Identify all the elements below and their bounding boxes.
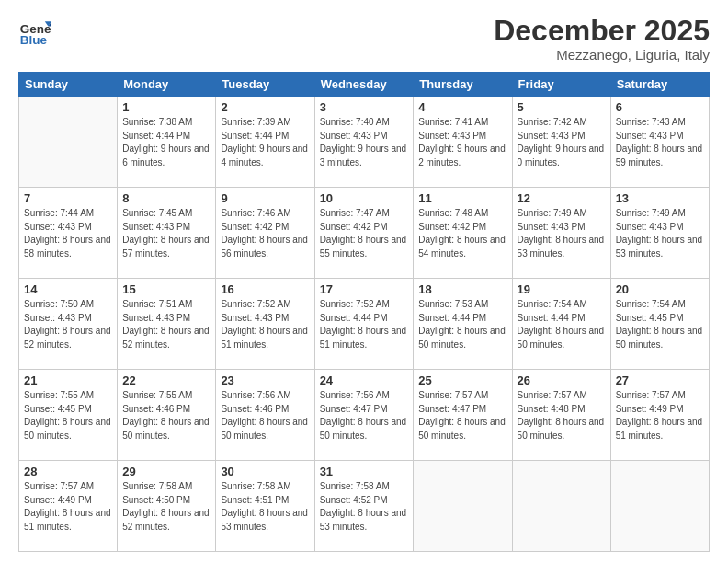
sunrise-text: Sunrise: 7:56 AM [221,389,309,403]
calendar-cell-0-0 [19,97,118,188]
calendar-cell-4-1: 29Sunrise: 7:58 AMSunset: 4:50 PMDayligh… [118,461,216,552]
sunset-text: Sunset: 4:42 PM [221,221,309,235]
daylight-text: Daylight: 9 hours and 0 minutes. [518,143,606,169]
sunrise-text: Sunrise: 7:42 AM [518,116,606,130]
title-block: December 2025 Mezzanego, Liguria, Italy [494,15,710,63]
sunrise-text: Sunrise: 7:50 AM [24,298,112,312]
daylight-text: Daylight: 8 hours and 59 minutes. [616,143,704,169]
calendar-week-1: 7Sunrise: 7:44 AMSunset: 4:43 PMDaylight… [19,188,710,279]
header-row: Sunday Monday Tuesday Wednesday Thursday… [19,73,710,97]
day-info: Sunrise: 7:49 AMSunset: 4:43 PMDaylight:… [616,207,704,260]
day-info: Sunrise: 7:57 AMSunset: 4:49 PMDaylight:… [24,480,112,534]
day-number: 12 [518,191,606,205]
calendar-cell-0-2: 2Sunrise: 7:39 AMSunset: 4:44 PMDaylight… [216,97,314,188]
daylight-text: Daylight: 8 hours and 53 minutes. [320,507,409,534]
day-info: Sunrise: 7:49 AMSunset: 4:43 PMDaylight:… [518,207,606,260]
day-info: Sunrise: 7:55 AMSunset: 4:45 PMDaylight:… [24,389,112,442]
sunset-text: Sunset: 4:43 PM [221,312,309,326]
logo: General Blue [18,15,55,48]
calendar-week-0: 1Sunrise: 7:38 AMSunset: 4:44 PMDaylight… [19,97,710,188]
col-thursday: Thursday [414,73,512,97]
day-number: 9 [221,191,309,205]
sunset-text: Sunset: 4:43 PM [518,130,606,144]
sunrise-text: Sunrise: 7:53 AM [418,298,506,312]
calendar-cell-1-5: 12Sunrise: 7:49 AMSunset: 4:43 PMDayligh… [512,188,610,279]
sunset-text: Sunset: 4:44 PM [320,312,409,326]
day-number: 26 [518,373,606,387]
sunset-text: Sunset: 4:45 PM [616,312,704,326]
calendar-cell-4-6 [610,461,709,552]
daylight-text: Daylight: 8 hours and 53 minutes. [616,234,704,260]
sunrise-text: Sunrise: 7:51 AM [122,298,210,312]
day-info: Sunrise: 7:42 AMSunset: 4:43 PMDaylight:… [518,116,606,169]
daylight-text: Daylight: 8 hours and 52 minutes. [122,507,210,534]
day-number: 17 [320,282,409,296]
logo-icon: General Blue [18,15,51,48]
sunrise-text: Sunrise: 7:49 AM [616,207,704,221]
day-info: Sunrise: 7:57 AMSunset: 4:47 PMDaylight:… [418,389,506,442]
daylight-text: Daylight: 8 hours and 55 minutes. [320,234,409,260]
calendar-cell-4-2: 30Sunrise: 7:58 AMSunset: 4:51 PMDayligh… [216,461,314,552]
sunset-text: Sunset: 4:44 PM [418,312,506,326]
calendar-cell-1-6: 13Sunrise: 7:49 AMSunset: 4:43 PMDayligh… [610,188,709,279]
day-info: Sunrise: 7:47 AMSunset: 4:42 PMDaylight:… [320,207,409,260]
day-info: Sunrise: 7:44 AMSunset: 4:43 PMDaylight:… [24,207,112,260]
calendar-cell-3-4: 25Sunrise: 7:57 AMSunset: 4:47 PMDayligh… [414,370,512,461]
day-info: Sunrise: 7:52 AMSunset: 4:44 PMDaylight:… [320,298,409,351]
day-number: 2 [221,100,309,114]
day-info: Sunrise: 7:46 AMSunset: 4:42 PMDaylight:… [221,207,309,260]
daylight-text: Daylight: 8 hours and 57 minutes. [122,234,210,260]
sunset-text: Sunset: 4:43 PM [616,130,704,144]
sunset-text: Sunset: 4:42 PM [418,221,506,235]
daylight-text: Daylight: 8 hours and 53 minutes. [518,234,606,260]
day-info: Sunrise: 7:56 AMSunset: 4:46 PMDaylight:… [221,389,309,442]
day-number: 29 [122,465,210,478]
day-number: 11 [418,191,506,205]
sunset-text: Sunset: 4:48 PM [518,403,606,417]
calendar-cell-1-3: 10Sunrise: 7:47 AMSunset: 4:42 PMDayligh… [314,188,414,279]
sunrise-text: Sunrise: 7:55 AM [122,389,210,403]
sunrise-text: Sunrise: 7:46 AM [221,207,309,221]
daylight-text: Daylight: 8 hours and 50 minutes. [616,325,704,351]
sunrise-text: Sunrise: 7:40 AM [320,116,409,130]
day-info: Sunrise: 7:41 AMSunset: 4:43 PMDaylight:… [418,116,506,169]
sunset-text: Sunset: 4:43 PM [418,130,506,144]
daylight-text: Daylight: 9 hours and 2 minutes. [418,143,506,169]
sunrise-text: Sunrise: 7:52 AM [320,298,409,312]
daylight-text: Daylight: 9 hours and 3 minutes. [320,143,409,169]
sunrise-text: Sunrise: 7:57 AM [616,389,704,403]
sunrise-text: Sunrise: 7:55 AM [24,389,112,403]
month-title: December 2025 [494,15,710,47]
day-info: Sunrise: 7:38 AMSunset: 4:44 PMDaylight:… [122,116,210,169]
calendar-cell-4-5 [512,461,610,552]
daylight-text: Daylight: 8 hours and 52 minutes. [122,325,210,351]
daylight-text: Daylight: 8 hours and 51 minutes. [320,325,409,351]
day-number: 5 [518,100,606,114]
daylight-text: Daylight: 8 hours and 51 minutes. [616,416,704,442]
col-wednesday: Wednesday [314,73,414,97]
day-number: 23 [221,373,309,387]
day-info: Sunrise: 7:56 AMSunset: 4:47 PMDaylight:… [320,389,409,442]
sunrise-text: Sunrise: 7:43 AM [616,116,704,130]
day-number: 20 [616,282,704,296]
day-info: Sunrise: 7:50 AMSunset: 4:43 PMDaylight:… [24,298,112,351]
day-number: 31 [320,465,409,478]
day-number: 16 [221,282,309,296]
calendar-cell-1-1: 8Sunrise: 7:45 AMSunset: 4:43 PMDaylight… [118,188,216,279]
sunrise-text: Sunrise: 7:44 AM [24,207,112,221]
calendar-cell-1-0: 7Sunrise: 7:44 AMSunset: 4:43 PMDaylight… [19,188,118,279]
day-number: 10 [320,191,409,205]
calendar-cell-4-3: 31Sunrise: 7:58 AMSunset: 4:52 PMDayligh… [314,461,414,552]
daylight-text: Daylight: 8 hours and 56 minutes. [221,234,309,260]
sunrise-text: Sunrise: 7:49 AM [518,207,606,221]
day-info: Sunrise: 7:39 AMSunset: 4:44 PMDaylight:… [221,116,309,169]
sunrise-text: Sunrise: 7:54 AM [518,298,606,312]
daylight-text: Daylight: 8 hours and 53 minutes. [221,507,309,534]
sunset-text: Sunset: 4:43 PM [122,312,210,326]
day-number: 25 [418,373,506,387]
day-info: Sunrise: 7:58 AMSunset: 4:52 PMDaylight:… [320,480,409,534]
sunrise-text: Sunrise: 7:58 AM [320,480,409,494]
calendar-cell-3-5: 26Sunrise: 7:57 AMSunset: 4:48 PMDayligh… [512,370,610,461]
col-friday: Friday [512,73,610,97]
day-info: Sunrise: 7:45 AMSunset: 4:43 PMDaylight:… [122,207,210,260]
